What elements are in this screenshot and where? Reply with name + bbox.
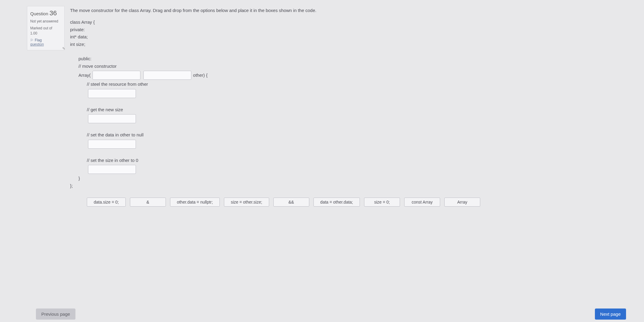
flag-icon: ⚐ [30, 38, 34, 42]
code-line-constructor: Array( other) { [70, 70, 617, 80]
code-comment: // set the data in other to null [70, 132, 617, 139]
dropzone-get-size[interactable] [88, 114, 136, 123]
marked-label: Marked out of [30, 26, 52, 30]
code-block: class Array { private: int* data; int si… [70, 19, 617, 189]
code-line: }; [70, 183, 617, 189]
code-text: Array( [78, 72, 91, 79]
drag-chip[interactable]: size = 0; [364, 198, 400, 207]
drag-chip[interactable]: other.data = nullptr; [170, 198, 220, 207]
code-line: int size; [70, 41, 617, 48]
drag-chip[interactable]: const Array [404, 198, 440, 207]
dropzone-set-null[interactable] [88, 140, 136, 149]
code-comment: // get the new size [70, 106, 617, 113]
code-comment: // move constructor [70, 63, 617, 70]
question-number: 36 [49, 9, 57, 17]
drag-options-tray: data.size = 0; & other.data = nullptr; s… [87, 198, 566, 207]
drag-chip[interactable]: data.size = 0; [87, 198, 126, 207]
drag-chip[interactable]: && [273, 198, 309, 207]
code-comment: // set the size in other to 0 [70, 157, 617, 164]
dropzone-param-type[interactable] [93, 71, 140, 80]
edit-icon[interactable]: ✎ [62, 46, 66, 51]
flag-sublabel: question [30, 42, 61, 46]
code-line: class Array { [70, 19, 617, 26]
flag-question-link[interactable]: ⚐Flag question [30, 38, 61, 46]
next-page-button[interactable]: Next page [595, 309, 626, 320]
navigation-footer: Previous page Next page [0, 309, 644, 320]
question-title: Question 36 [30, 9, 61, 17]
dropzone-param-ref[interactable] [143, 71, 191, 80]
flag-label: Flag [35, 38, 42, 42]
question-content: The move constructor for the class Array… [70, 6, 617, 207]
code-line: public: [70, 55, 617, 62]
question-prompt: The move constructor for the class Array… [70, 8, 617, 13]
drag-chip[interactable]: size = other.size; [224, 198, 269, 207]
code-text: other) { [193, 72, 207, 79]
answer-status: Not yet answered [30, 19, 61, 24]
question-label: Question [30, 11, 48, 16]
code-line: int* data; [70, 34, 617, 40]
previous-page-button[interactable]: Previous page [36, 309, 75, 320]
code-comment: // steel the resource from other [70, 81, 617, 88]
drag-chip[interactable]: & [130, 198, 166, 207]
question-info-panel: Question 36 Not yet answered Marked out … [27, 6, 65, 50]
marked-out-of: Marked out of 1.00 [30, 26, 61, 36]
marked-value: 1.00 [30, 31, 37, 35]
code-line: } [70, 175, 617, 182]
drag-chip[interactable]: Array [444, 198, 480, 207]
dropzone-steal-resource[interactable] [88, 89, 136, 98]
dropzone-set-zero[interactable] [88, 165, 136, 174]
code-line: private: [70, 26, 617, 33]
drag-chip[interactable]: data = other.data; [313, 198, 360, 207]
